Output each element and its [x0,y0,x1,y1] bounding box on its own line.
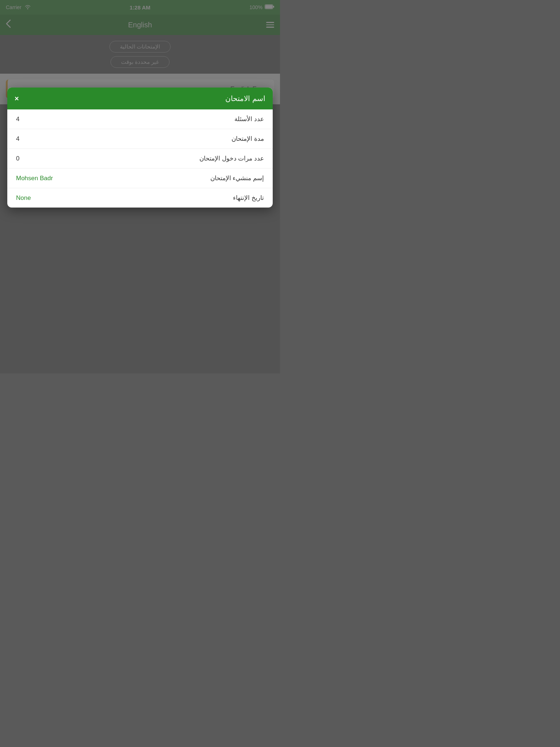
modal-row-expiry: تاريخ الإنتهاء None [7,188,273,208]
questions-label: عدد الأسئلة [234,115,264,123]
questions-value: 4 [16,116,19,123]
expiry-label: تاريخ الإنتهاء [233,194,264,202]
modal-row-creator: إسم منشيء الإمتحان Mohsen Badr [7,169,273,188]
modal-close-button[interactable]: × [15,95,19,102]
creator-label: إسم منشيء الإمتحان [210,174,264,182]
exam-detail-modal: اسم الامتحان × عدد الأسئلة 4 مدة الإمتحا… [7,88,273,208]
entries-value: 0 [16,155,19,162]
modal-body: عدد الأسئلة 4 مدة الإمتحان 4 عدد مرات دخ… [7,109,273,208]
expiry-value: None [16,194,31,202]
modal-row-duration: مدة الإمتحان 4 [7,129,273,149]
modal-row-questions: عدد الأسئلة 4 [7,109,273,129]
duration-value: 4 [16,135,19,143]
modal-row-entries: عدد مرات دخول الإمتحان 0 [7,149,273,169]
modal-header: اسم الامتحان × [7,88,273,109]
entries-label: عدد مرات دخول الإمتحان [199,155,264,162]
modal-title: اسم الامتحان [225,94,265,103]
creator-value: Mohsen Badr [16,175,53,182]
duration-label: مدة الإمتحان [232,135,264,143]
